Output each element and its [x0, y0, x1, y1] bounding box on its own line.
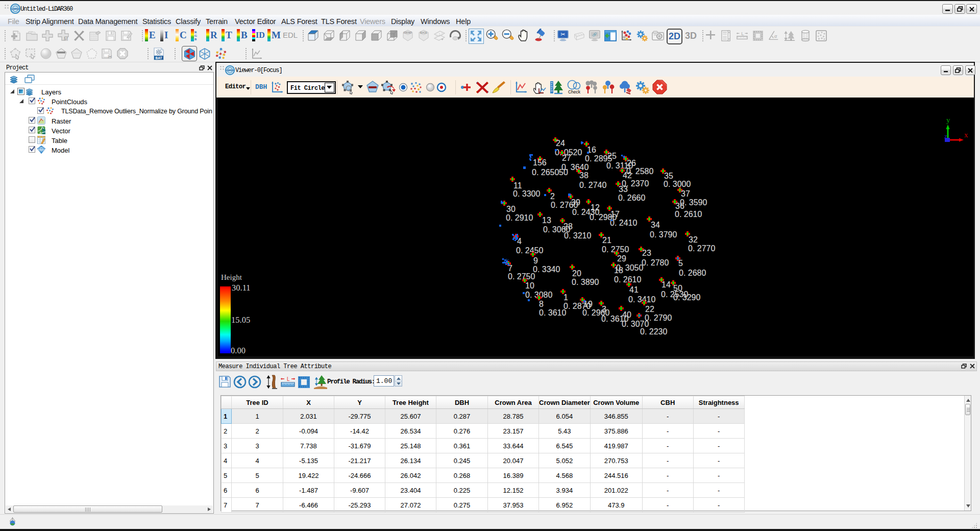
svg-text:x: x — [964, 131, 968, 139]
svg-text:✂: ✂ — [560, 31, 565, 37]
svg-text:M: M — [64, 36, 68, 42]
svg-text:FRONT: FRONT — [404, 32, 412, 34]
svg-text:LiDAR360: LiDAR360 — [11, 8, 19, 10]
svg-text:LiDAR360: LiDAR360 — [226, 69, 234, 71]
svg-text:y: y — [946, 116, 950, 124]
svg-text:L: L — [741, 31, 744, 36]
svg-text:α: α — [774, 33, 777, 39]
svg-text:🔗: 🔗 — [592, 32, 597, 37]
svg-text:Check: Check — [568, 89, 581, 94]
svg-text:BACK: BACK — [420, 32, 427, 34]
svg-text:L: L — [287, 376, 290, 382]
svg-text:BAT: BAT — [156, 56, 162, 59]
svg-text:✂: ✂ — [108, 54, 112, 60]
